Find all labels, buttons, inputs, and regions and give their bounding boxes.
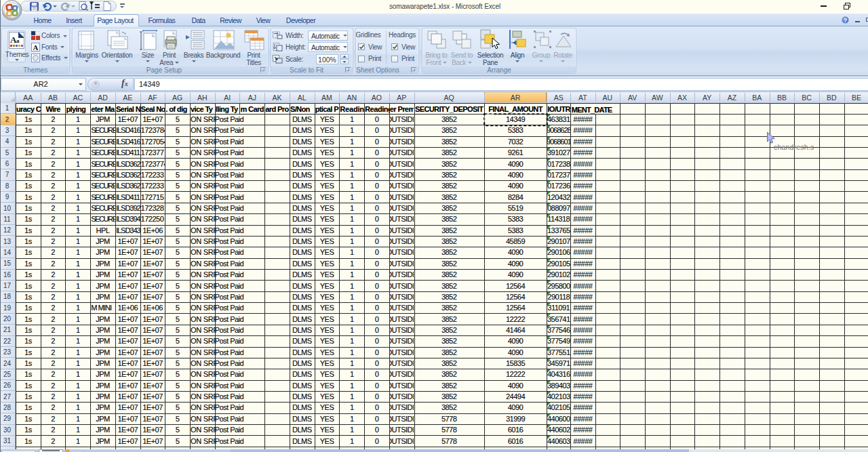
svg-text:a: a (16, 37, 20, 44)
svg-text:A: A (33, 43, 38, 51)
